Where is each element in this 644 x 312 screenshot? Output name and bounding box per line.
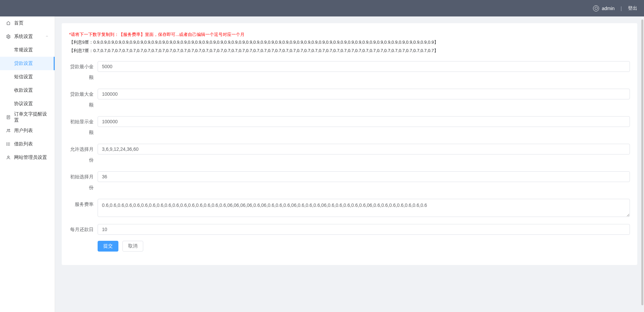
doc-icon <box>6 115 11 120</box>
svg-point-11 <box>7 144 7 144</box>
logout-link[interactable]: 登出 <box>628 5 637 11</box>
input-months-allowed[interactable] <box>98 144 630 154</box>
sidebar-item-system-settings[interactable]: 系统设置 <box>0 30 55 43</box>
sidebar-sublabel: 收款设置 <box>14 87 33 93</box>
intro-line-9: 【利息9厘：0.9,0.9,0.9,0.9,0.9,0.9,0.9,0.9,0.… <box>69 38 630 47</box>
label-months-allowed: 允许选择月份 <box>69 144 98 165</box>
sidebar-subitem-general[interactable]: 常规设置 <box>0 43 55 57</box>
input-max-loan[interactable] <box>98 89 630 99</box>
sidebar-label: 系统设置 <box>14 34 33 40</box>
sidebar-subitem-agreement[interactable]: 协议设置 <box>0 97 55 110</box>
sidebar-item-admins[interactable]: 网站管理员设置 <box>0 151 55 164</box>
list-icon <box>6 142 11 146</box>
sidebar-subitem-sms[interactable]: 短信设置 <box>0 70 55 84</box>
sidebar-subitem-loan[interactable]: 贷款设置 <box>0 57 55 70</box>
input-repay-day[interactable] <box>98 224 630 235</box>
sidebar-sublabel: 贷款设置 <box>14 60 33 66</box>
label-service-rate: 服务费率 <box>69 199 98 210</box>
header-separator: | <box>621 6 622 11</box>
home-icon <box>6 21 11 26</box>
loan-settings-form: 贷款最小金额 贷款最大金额 初始显示金额 允许选择月份 <box>69 61 630 252</box>
scrollbar[interactable] <box>641 19 643 305</box>
label-repay-day: 每月还款日 <box>69 224 98 235</box>
top-header: admin | 登出 <box>0 0 644 16</box>
sidebar-item-loans[interactable]: 借款列表 <box>0 137 55 151</box>
input-init-month[interactable] <box>98 171 630 182</box>
input-min-loan[interactable] <box>98 61 630 72</box>
svg-point-6 <box>9 129 10 130</box>
sidebar-label: 用户列表 <box>14 128 33 134</box>
sidebar-label: 首页 <box>14 20 23 26</box>
person-icon <box>6 155 11 160</box>
sidebar-label: 借款列表 <box>14 141 33 147</box>
sidebar: 首页 系统设置 常规设置 贷款设置 短信设置 收款设置 协议设置 订单文字 <box>0 16 55 312</box>
svg-point-12 <box>7 145 7 145</box>
intro-line-7: 【利息7厘：0.7,0.7,0.7,0.7,0.7,0.7,0.7,0.7,0.… <box>69 47 630 55</box>
sidebar-label: 网站管理员设置 <box>14 154 47 161</box>
user-avatar-icon <box>593 5 599 11</box>
svg-point-0 <box>8 36 9 37</box>
sidebar-sublabel: 短信设置 <box>14 74 33 80</box>
sidebar-sublabel: 常规设置 <box>14 47 33 53</box>
sidebar-subitem-payment[interactable]: 收款设置 <box>0 84 55 97</box>
sidebar-sublabel: 协议设置 <box>14 101 33 107</box>
svg-point-13 <box>8 156 9 158</box>
textarea-service-rate[interactable] <box>98 199 630 217</box>
sidebar-item-users[interactable]: 用户列表 <box>0 124 55 137</box>
label-init-display: 初始显示金额 <box>69 116 98 138</box>
svg-point-10 <box>7 143 7 143</box>
current-username[interactable]: admin <box>602 6 614 11</box>
chevron-up-icon <box>45 34 49 39</box>
sidebar-item-order-reminder[interactable]: 订单文字提醒设置 <box>0 110 55 124</box>
main-content: *请将下一下数字复制到：【服务费率】里面，保存即可...或者自己编辑一个逗号对应… <box>55 16 644 312</box>
settings-card: *请将下一下数字复制到：【服务费率】里面，保存即可...或者自己编辑一个逗号对应… <box>62 23 637 265</box>
submit-button[interactable]: 提交 <box>98 241 118 252</box>
sidebar-item-home[interactable]: 首页 <box>0 16 55 30</box>
input-init-display[interactable] <box>98 116 630 127</box>
sidebar-label: 订单文字提醒设置 <box>14 111 49 123</box>
label-min-loan: 贷款最小金额 <box>69 61 98 83</box>
label-init-month: 初始选择月份 <box>69 171 98 193</box>
scrollbar-thumb[interactable] <box>641 19 643 305</box>
intro-hint: *请将下一下数字复制到：【服务费率】里面，保存即可...或者自己编辑一个逗号对应… <box>69 31 630 38</box>
gear-icon <box>6 34 11 39</box>
users-icon <box>6 128 11 133</box>
label-max-loan: 贷款最大金额 <box>69 89 98 110</box>
cancel-button[interactable]: 取消 <box>122 241 143 252</box>
svg-point-5 <box>7 129 9 131</box>
